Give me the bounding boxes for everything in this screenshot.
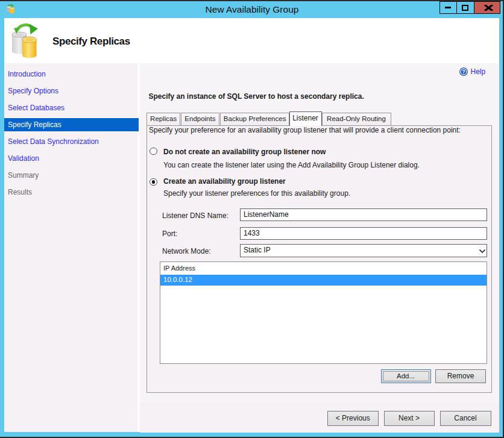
svg-text:?: ? [462,69,465,75]
